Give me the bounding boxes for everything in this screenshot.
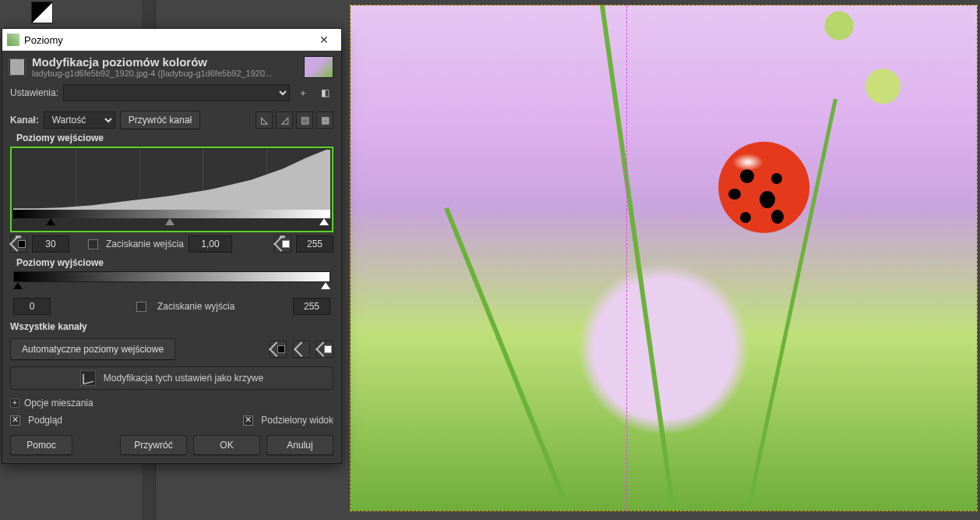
expand-icon: + [10,398,19,408]
histogram-mode2-icon[interactable]: ▦ [316,111,333,129]
canvas-image-content [351,5,977,511]
clamp-output-checkbox[interactable] [136,302,146,312]
cancel-button[interactable]: Anuluj [266,435,333,455]
split-view-checkbox[interactable] [243,416,253,426]
all-channels-label: Wszystkie kanały [2,320,341,335]
help-button[interactable]: Pomoc [10,435,72,455]
presets-label: Ustawienia: [10,87,58,98]
input-histogram-highlighted [10,147,333,232]
input-high-handle[interactable] [319,218,329,225]
fg-bg-color-swatch[interactable] [31,2,53,23]
blend-options-row[interactable]: + Opcje mieszania [2,394,341,412]
input-high-field[interactable] [296,235,333,253]
split-view-divider[interactable] [626,5,627,511]
pick-black-point-button[interactable] [10,235,27,253]
edit-as-curves-label: Modyfikacja tych ustawień jako krzywe [104,373,263,384]
output-high-field[interactable] [293,298,330,315]
input-low-handle[interactable] [46,218,55,225]
image-canvas[interactable] [350,5,978,511]
reset-channel-button[interactable]: Przywróć kanał [120,111,200,129]
input-histogram[interactable] [13,150,330,209]
pick-black-all-button[interactable] [270,341,287,358]
window-title: Poziomy [24,34,307,46]
edit-as-curves-button[interactable]: Modyfikacja tych ustawień jako krzywe [10,366,333,390]
input-values-row: Zaciskanie wejścia [2,232,341,256]
preview-checkbox[interactable] [10,416,20,426]
all-channels-row: Automatyczne poziomy wejściowe [2,335,341,366]
pick-gray-all-button[interactable] [293,341,310,358]
pick-white-all-button[interactable] [316,341,333,358]
preset-add-button[interactable]: ＋ [294,84,312,101]
output-slider[interactable] [13,282,330,293]
presets-row: Ustawienia: ＋ ◧ [2,80,341,106]
ok-button[interactable]: OK [193,435,260,455]
dialog-footer: Pomoc Przywróć OK Anuluj [2,429,341,463]
window-icon [7,34,19,46]
channel-label: Kanał: [10,115,39,126]
preview-label: Podgląd [28,415,62,426]
presets-dropdown[interactable] [63,84,290,101]
levels-icon [9,58,26,76]
output-levels-label: Poziomy wyjściowe [2,256,341,271]
input-gamma-handle[interactable] [165,218,174,225]
input-slider[interactable] [15,218,329,229]
output-high-handle[interactable] [321,282,330,289]
input-levels-label: Poziomy wejściowe [2,131,341,147]
image-thumbnail [304,56,333,78]
output-values-row: Zaciskanie wyjścia [2,293,341,320]
levels-dialog: Poziomy ✕ Modyfikacja poziomów kolorów l… [2,28,342,464]
preset-menu-button[interactable]: ◧ [316,84,333,101]
dialog-title: Modyfikacja poziomów kolorów [32,55,298,69]
clamp-output-label: Zaciskanie wyjścia [157,301,234,312]
input-low-field[interactable] [32,235,69,253]
histogram-curve [13,150,330,210]
histogram-log-icon[interactable]: ◿ [276,111,293,129]
output-gradient[interactable] [13,271,330,282]
preview-row: Podgląd Podzielony widok [2,412,341,429]
auto-levels-button[interactable]: Automatyczne poziomy wejściowe [10,338,175,360]
curves-icon [80,370,96,386]
clamp-input-label: Zaciskanie wejścia [106,239,184,249]
dialog-header: Modyfikacja poziomów kolorów ladybug-g1d… [2,51,341,80]
histogram-mode1-icon[interactable]: ▤ [296,111,313,129]
blend-options-label: Opcje mieszania [24,398,93,409]
channel-dropdown[interactable]: Wartość [44,111,115,129]
channel-row: Kanał: Wartość Przywróć kanał ◺ ◿ ▤ ▦ [2,106,341,131]
output-low-field[interactable] [13,298,51,315]
clamp-input-checkbox[interactable] [88,239,98,249]
dialog-titlebar[interactable]: Poziomy ✕ [2,29,341,51]
reset-button[interactable]: Przywróć [120,435,187,455]
histogram-linear-icon[interactable]: ◺ [256,111,273,129]
split-view-label: Podzielony widok [261,415,333,426]
input-gradient [13,209,330,218]
input-gamma-field[interactable] [189,235,232,253]
dialog-subtitle: ladybug-g1d6fe5b92_1920.jpg-4 ([ladybug-… [32,69,298,78]
pick-white-point-button[interactable] [274,235,291,253]
output-low-handle[interactable] [13,282,23,289]
close-button[interactable]: ✕ [312,31,337,48]
